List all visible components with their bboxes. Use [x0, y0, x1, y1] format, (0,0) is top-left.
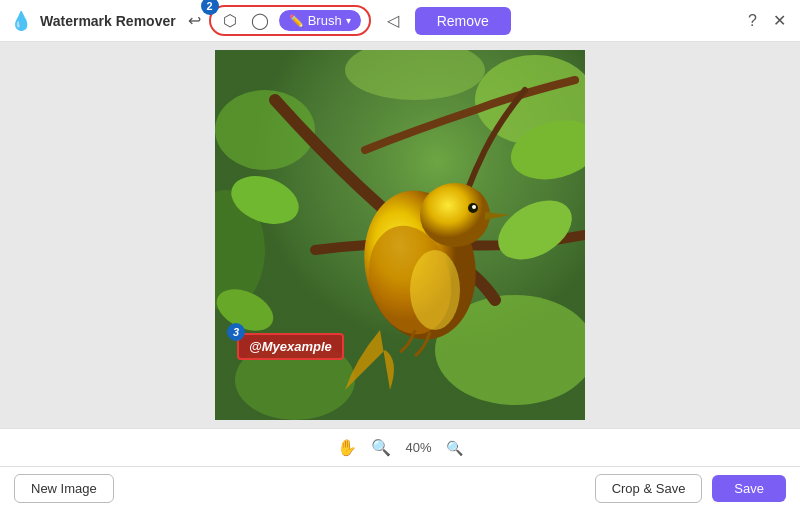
watermark-overlay[interactable]: 3 @Myexample [237, 333, 344, 360]
new-image-button[interactable]: New Image [14, 474, 114, 503]
canvas-area: 3 @Myexample [215, 50, 585, 420]
svg-point-2 [475, 55, 585, 145]
app-title: Watermark Remover [40, 13, 176, 29]
main-canvas: 3 @Myexample [0, 42, 800, 428]
svg-point-16 [504, 111, 585, 188]
remove-button[interactable]: Remove [415, 7, 511, 35]
svg-point-3 [215, 90, 315, 170]
brush-label: Brush [308, 13, 342, 28]
svg-point-15 [488, 188, 582, 271]
svg-rect-0 [215, 50, 585, 420]
step3-badge: 3 [227, 323, 245, 341]
brush-button[interactable]: ✏️ Brush ▾ [279, 10, 361, 31]
image-svg [215, 50, 585, 420]
svg-point-8 [353, 182, 487, 349]
zoom-out-icon[interactable]: 🔍 [446, 440, 463, 456]
hand-tool-icon[interactable]: ✋ [337, 438, 357, 457]
app-logo-icon: 💧 [10, 10, 32, 32]
zoom-in-icon[interactable]: 🔍 [371, 438, 391, 457]
svg-point-14 [225, 167, 306, 232]
save-button[interactable]: Save [712, 475, 786, 502]
brush-chevron-icon: ▾ [346, 15, 351, 26]
crop-save-button[interactable]: Crop & Save [595, 474, 703, 503]
svg-point-11 [420, 183, 490, 247]
svg-rect-1 [215, 50, 585, 420]
watermark-text: @Myexample [249, 339, 332, 354]
zoom-level: 40% [405, 440, 431, 455]
brush-icon: ✏️ [289, 14, 304, 28]
svg-point-7 [215, 190, 265, 310]
step2-badge: 2 [201, 0, 219, 15]
lasso-tool-icon[interactable]: ◯ [247, 9, 273, 32]
svg-point-12 [468, 203, 478, 213]
svg-point-17 [215, 281, 280, 339]
back-icon[interactable]: ↩ [188, 11, 201, 30]
svg-point-4 [435, 295, 585, 405]
title-bar: 💧 Watermark Remover ↩ 2 ⬡ ◯ ✏️ Brush ▾ ◁… [0, 0, 800, 42]
zoom-bar: ✋ 🔍 40% 🔍 [0, 428, 800, 466]
bird-image [215, 50, 585, 420]
help-button[interactable]: ? [744, 12, 761, 30]
close-button[interactable]: ✕ [769, 11, 790, 30]
svg-point-13 [472, 205, 476, 209]
svg-point-10 [410, 250, 460, 330]
bottom-bar: New Image Crop & Save Save [0, 466, 800, 510]
tool-group: 2 ⬡ ◯ ✏️ Brush ▾ [209, 5, 371, 36]
polygon-tool-icon[interactable]: ⬡ [219, 9, 241, 32]
svg-point-9 [357, 217, 463, 344]
erase-area-icon[interactable]: ◁ [387, 11, 399, 30]
svg-point-6 [345, 50, 485, 100]
